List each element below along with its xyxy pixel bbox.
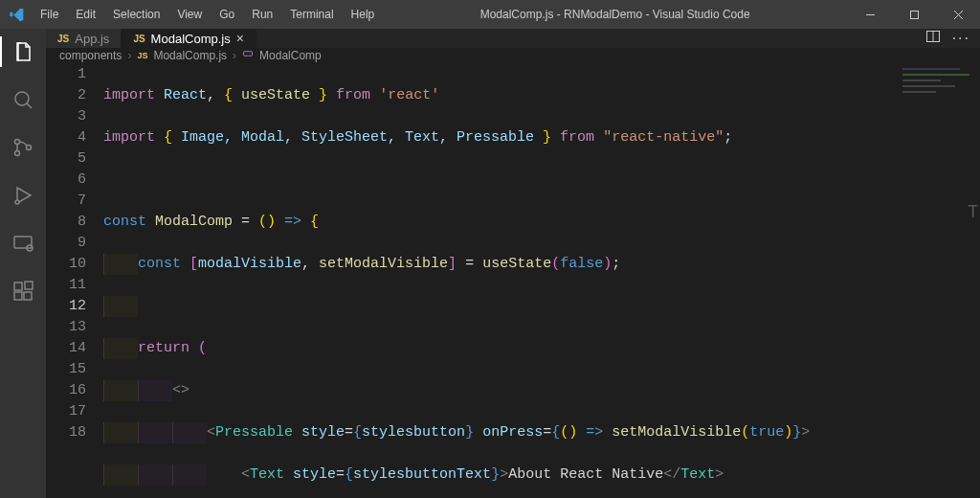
minimap[interactable] xyxy=(898,62,980,498)
svg-rect-14 xyxy=(14,292,22,300)
close-tab-icon[interactable]: × xyxy=(236,32,244,45)
svg-line-5 xyxy=(27,103,32,108)
scroll-indicator-icon: T xyxy=(968,201,978,221)
editor-group: JS App.js JS ModalComp.js × ··· componen… xyxy=(46,29,980,498)
svg-rect-13 xyxy=(14,283,22,290)
source-control-icon[interactable] xyxy=(0,132,46,163)
menu-help[interactable]: Help xyxy=(344,4,383,25)
svg-point-8 xyxy=(27,146,32,150)
vscode-logo-icon xyxy=(0,7,33,22)
search-icon[interactable] xyxy=(0,84,46,115)
breadcrumb[interactable]: components › JS ModalComp.js › ModalComp xyxy=(46,48,980,62)
js-file-icon: JS xyxy=(133,34,145,44)
chevron-right-icon: › xyxy=(233,49,236,62)
svg-rect-11 xyxy=(14,237,32,248)
menu-terminal[interactable]: Terminal xyxy=(282,4,341,25)
svg-point-4 xyxy=(15,92,29,105)
js-file-icon: JS xyxy=(57,34,69,44)
window-controls xyxy=(848,0,980,29)
svg-rect-1 xyxy=(910,11,918,18)
line-number-gutter: 123456789101112131415161718 xyxy=(46,62,103,498)
run-debug-icon[interactable] xyxy=(0,180,46,211)
close-button[interactable] xyxy=(936,0,980,29)
tab-modalcompjs[interactable]: JS ModalComp.js × xyxy=(122,29,256,48)
breadcrumb-symbol[interactable]: ModalComp xyxy=(259,49,322,62)
tab-appjs[interactable]: JS App.js xyxy=(46,29,122,48)
svg-rect-19 xyxy=(244,52,253,57)
minimize-button[interactable] xyxy=(848,0,892,29)
explorer-icon[interactable] xyxy=(0,36,46,67)
activity-bar xyxy=(0,29,46,498)
window-title: ModalComp.js - RNModalDemo - Visual Stud… xyxy=(382,8,848,21)
tab-label: App.js xyxy=(75,32,109,46)
extensions-icon[interactable] xyxy=(0,276,46,306)
title-bar: File Edit Selection View Go Run Terminal… xyxy=(0,0,980,29)
remote-explorer-icon[interactable] xyxy=(0,228,46,259)
svg-point-6 xyxy=(15,140,20,145)
tab-bar: JS App.js JS ModalComp.js × ··· xyxy=(46,29,980,48)
breadcrumb-folder[interactable]: components xyxy=(59,49,122,62)
symbol-variable-icon xyxy=(242,48,254,62)
chevron-right-icon: › xyxy=(127,49,131,62)
code-content[interactable]: import React, { useState } from 'react' … xyxy=(103,62,980,498)
menu-bar: File Edit Selection View Go Run Terminal… xyxy=(33,4,382,25)
menu-run[interactable]: Run xyxy=(244,4,280,25)
menu-selection[interactable]: Selection xyxy=(105,4,167,25)
js-file-icon: JS xyxy=(137,51,147,60)
maximize-button[interactable] xyxy=(892,0,936,29)
tab-label: ModalComp.js xyxy=(151,32,231,46)
menu-file[interactable]: File xyxy=(33,4,66,25)
svg-point-7 xyxy=(15,151,20,156)
code-editor[interactable]: 123456789101112131415161718 import React… xyxy=(46,62,980,498)
svg-rect-15 xyxy=(24,292,32,300)
more-actions-icon[interactable]: ··· xyxy=(952,30,970,47)
split-editor-icon[interactable] xyxy=(925,29,941,48)
menu-view[interactable]: View xyxy=(169,4,210,25)
svg-rect-16 xyxy=(25,282,33,289)
menu-edit[interactable]: Edit xyxy=(68,4,103,25)
svg-point-10 xyxy=(15,200,19,204)
breadcrumb-file[interactable]: ModalComp.js xyxy=(153,49,227,62)
menu-go[interactable]: Go xyxy=(212,4,242,25)
